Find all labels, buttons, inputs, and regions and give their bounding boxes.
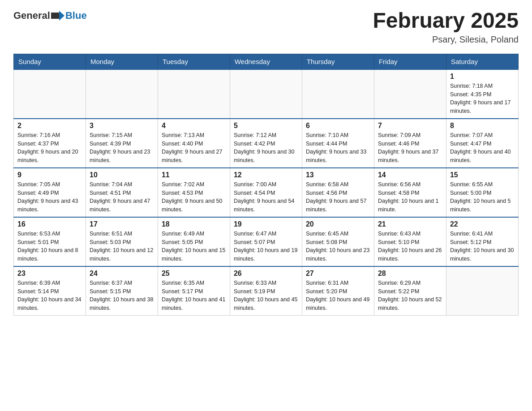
header-friday: Friday (374, 54, 446, 69)
table-row: 9Sunrise: 7:05 AMSunset: 4:49 PMDaylight… (14, 168, 86, 217)
table-row (158, 69, 230, 119)
table-row: 6Sunrise: 7:10 AMSunset: 4:44 PMDaylight… (302, 119, 374, 168)
day-number: 24 (90, 270, 154, 278)
svg-marker-0 (51, 13, 60, 19)
day-info: Sunrise: 7:05 AMSunset: 4:49 PMDaylight:… (17, 180, 82, 214)
header-monday: Monday (86, 54, 158, 69)
table-row: 8Sunrise: 7:07 AMSunset: 4:47 PMDaylight… (446, 119, 518, 168)
table-row: 21Sunrise: 6:43 AMSunset: 5:10 PMDayligh… (374, 217, 446, 266)
day-info: Sunrise: 6:33 AMSunset: 5:19 PMDaylight:… (234, 279, 298, 313)
day-info: Sunrise: 6:45 AMSunset: 5:08 PMDaylight:… (306, 230, 370, 263)
day-number: 18 (162, 220, 226, 228)
day-number: 21 (378, 220, 442, 228)
day-info: Sunrise: 6:31 AMSunset: 5:20 PMDaylight:… (306, 279, 370, 313)
table-row (230, 69, 302, 119)
day-info: Sunrise: 7:07 AMSunset: 4:47 PMDaylight:… (450, 131, 515, 165)
table-row: 15Sunrise: 6:55 AMSunset: 5:00 PMDayligh… (446, 168, 518, 217)
day-number: 4 (162, 122, 226, 130)
day-number: 12 (234, 171, 298, 179)
day-info: Sunrise: 7:16 AMSunset: 4:37 PMDaylight:… (17, 131, 82, 165)
day-number: 15 (450, 171, 515, 179)
table-row: 17Sunrise: 6:51 AMSunset: 5:03 PMDayligh… (86, 217, 158, 266)
day-number: 19 (234, 220, 298, 228)
svg-marker-1 (59, 11, 64, 21)
day-info: Sunrise: 6:53 AMSunset: 5:01 PMDaylight:… (17, 230, 82, 263)
header-wednesday: Wednesday (230, 54, 302, 69)
day-number: 13 (306, 171, 370, 179)
day-info: Sunrise: 7:12 AMSunset: 4:42 PMDaylight:… (234, 131, 298, 165)
day-number: 20 (306, 220, 370, 228)
calendar-week-row: 1Sunrise: 7:18 AMSunset: 4:35 PMDaylight… (14, 69, 519, 119)
header-thursday: Thursday (302, 54, 374, 69)
day-info: Sunrise: 7:04 AMSunset: 4:51 PMDaylight:… (90, 180, 154, 214)
day-number: 8 (450, 122, 515, 130)
table-row: 13Sunrise: 6:58 AMSunset: 4:56 PMDayligh… (302, 168, 374, 217)
day-number: 25 (162, 270, 226, 278)
table-row: 23Sunrise: 6:39 AMSunset: 5:14 PMDayligh… (14, 266, 86, 316)
day-number: 16 (17, 220, 82, 228)
header-saturday: Saturday (446, 54, 518, 69)
table-row: 3Sunrise: 7:15 AMSunset: 4:39 PMDaylight… (86, 119, 158, 168)
day-info: Sunrise: 6:55 AMSunset: 5:00 PMDaylight:… (450, 180, 515, 214)
table-row (446, 266, 518, 316)
day-info: Sunrise: 6:56 AMSunset: 4:58 PMDaylight:… (378, 180, 442, 214)
table-row: 24Sunrise: 6:37 AMSunset: 5:15 PMDayligh… (86, 266, 158, 316)
table-row: 26Sunrise: 6:33 AMSunset: 5:19 PMDayligh… (230, 266, 302, 316)
calendar-table: Sunday Monday Tuesday Wednesday Thursday… (13, 54, 519, 316)
day-number: 22 (450, 220, 515, 228)
day-info: Sunrise: 6:49 AMSunset: 5:05 PMDaylight:… (162, 230, 226, 263)
day-number: 14 (378, 171, 442, 179)
table-row (86, 69, 158, 119)
table-row: 22Sunrise: 6:41 AMSunset: 5:12 PMDayligh… (446, 217, 518, 266)
page-header: General Blue February 2025 Psary, Silesi… (13, 9, 519, 45)
day-info: Sunrise: 7:02 AMSunset: 4:53 PMDaylight:… (162, 180, 226, 214)
table-row: 11Sunrise: 7:02 AMSunset: 4:53 PMDayligh… (158, 168, 230, 217)
table-row: 1Sunrise: 7:18 AMSunset: 4:35 PMDaylight… (446, 69, 518, 119)
day-info: Sunrise: 7:18 AMSunset: 4:35 PMDaylight:… (450, 82, 515, 116)
day-info: Sunrise: 6:58 AMSunset: 4:56 PMDaylight:… (306, 180, 370, 214)
day-number: 3 (90, 122, 154, 130)
header-tuesday: Tuesday (158, 54, 230, 69)
day-number: 7 (378, 122, 442, 130)
title-block: February 2025 Psary, Silesia, Poland (373, 9, 519, 45)
day-number: 5 (234, 122, 298, 130)
table-row: 19Sunrise: 6:47 AMSunset: 5:07 PMDayligh… (230, 217, 302, 266)
day-number: 27 (306, 270, 370, 278)
day-number: 10 (90, 171, 154, 179)
table-row: 20Sunrise: 6:45 AMSunset: 5:08 PMDayligh… (302, 217, 374, 266)
table-row: 10Sunrise: 7:04 AMSunset: 4:51 PMDayligh… (86, 168, 158, 217)
day-number: 6 (306, 122, 370, 130)
calendar-week-row: 9Sunrise: 7:05 AMSunset: 4:49 PMDaylight… (14, 168, 519, 217)
table-row: 5Sunrise: 7:12 AMSunset: 4:42 PMDaylight… (230, 119, 302, 168)
table-row (14, 69, 86, 119)
day-number: 2 (17, 122, 82, 130)
table-row: 12Sunrise: 7:00 AMSunset: 4:54 PMDayligh… (230, 168, 302, 217)
day-info: Sunrise: 7:15 AMSunset: 4:39 PMDaylight:… (90, 131, 154, 165)
month-title: February 2025 (373, 9, 519, 33)
table-row: 18Sunrise: 6:49 AMSunset: 5:05 PMDayligh… (158, 217, 230, 266)
day-number: 9 (17, 171, 82, 179)
table-row: 28Sunrise: 6:29 AMSunset: 5:22 PMDayligh… (374, 266, 446, 316)
day-info: Sunrise: 7:09 AMSunset: 4:46 PMDaylight:… (378, 131, 442, 165)
table-row (374, 69, 446, 119)
logo-general-text: General (13, 10, 50, 21)
table-row: 27Sunrise: 6:31 AMSunset: 5:20 PMDayligh… (302, 266, 374, 316)
table-row (302, 69, 374, 119)
table-row: 25Sunrise: 6:35 AMSunset: 5:17 PMDayligh… (158, 266, 230, 316)
logo-blue-text: Blue (65, 10, 87, 21)
day-number: 28 (378, 270, 442, 278)
calendar-week-row: 2Sunrise: 7:16 AMSunset: 4:37 PMDaylight… (14, 119, 519, 168)
weekday-header-row: Sunday Monday Tuesday Wednesday Thursday… (14, 54, 519, 69)
day-info: Sunrise: 7:10 AMSunset: 4:44 PMDaylight:… (306, 131, 370, 165)
day-info: Sunrise: 7:13 AMSunset: 4:40 PMDaylight:… (162, 131, 226, 165)
day-info: Sunrise: 6:39 AMSunset: 5:14 PMDaylight:… (17, 279, 82, 313)
table-row: 2Sunrise: 7:16 AMSunset: 4:37 PMDaylight… (14, 119, 86, 168)
day-info: Sunrise: 6:47 AMSunset: 5:07 PMDaylight:… (234, 230, 298, 263)
day-info: Sunrise: 6:37 AMSunset: 5:15 PMDaylight:… (90, 279, 154, 313)
calendar-week-row: 23Sunrise: 6:39 AMSunset: 5:14 PMDayligh… (14, 266, 519, 316)
logo: General Blue (13, 9, 87, 22)
header-sunday: Sunday (14, 54, 86, 69)
table-row: 7Sunrise: 7:09 AMSunset: 4:46 PMDaylight… (374, 119, 446, 168)
day-info: Sunrise: 6:43 AMSunset: 5:10 PMDaylight:… (378, 230, 442, 263)
day-number: 26 (234, 270, 298, 278)
